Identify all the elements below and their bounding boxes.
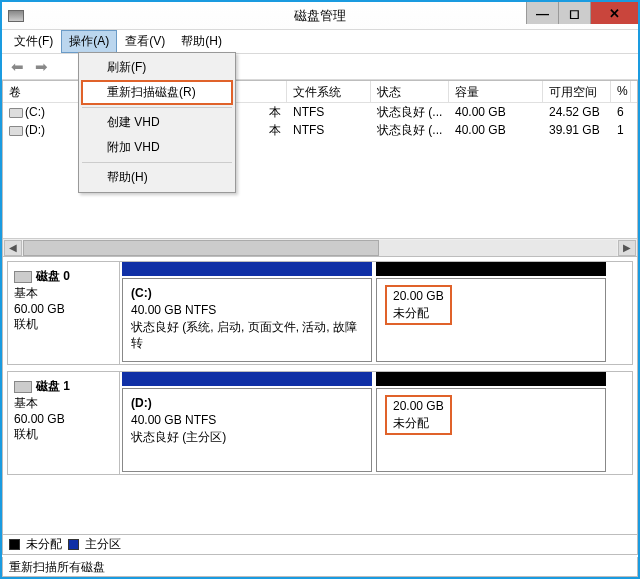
disk-partitions: (C:)40.00 GB NTFS状态良好 (系统, 启动, 页面文件, 活动,… bbox=[120, 262, 632, 364]
menu-view[interactable]: 查看(V) bbox=[117, 30, 173, 53]
partition-status: 未分配 bbox=[393, 415, 444, 432]
dd-rescan[interactable]: 重新扫描磁盘(R) bbox=[81, 80, 233, 105]
disk-icon bbox=[14, 381, 32, 393]
col-free[interactable]: 可用空间 bbox=[543, 81, 611, 102]
cell-pct: 6 bbox=[611, 104, 631, 120]
col-fs[interactable]: 文件系统 bbox=[287, 81, 371, 102]
app-icon bbox=[8, 10, 24, 22]
forward-button[interactable]: ➡ bbox=[30, 57, 52, 77]
partition-body: (D:)40.00 GB NTFS状态良好 (主分区)20.00 GB未分配 bbox=[120, 386, 632, 474]
partition-label: (D:) bbox=[131, 395, 363, 412]
partition-header-seg bbox=[122, 372, 372, 386]
disk-kind: 基本 bbox=[14, 285, 113, 302]
volume-icon bbox=[9, 126, 23, 136]
menu-action[interactable]: 操作(A) bbox=[61, 30, 117, 53]
disk-info: 磁盘 1基本60.00 GB联机 bbox=[8, 372, 120, 474]
disk-view: 磁盘 0基本60.00 GB联机(C:)40.00 GB NTFS状态良好 (系… bbox=[3, 257, 637, 534]
legend-unalloc-swatch bbox=[9, 539, 20, 550]
close-button[interactable]: ✕ bbox=[590, 2, 638, 24]
cell-pct: 1 bbox=[611, 122, 631, 138]
partition[interactable]: (D:)40.00 GB NTFS状态良好 (主分区) bbox=[122, 388, 372, 472]
scroll-thumb[interactable] bbox=[23, 240, 379, 256]
dd-help[interactable]: 帮助(H) bbox=[81, 165, 233, 190]
legend-unalloc-label: 未分配 bbox=[26, 536, 62, 553]
cell-status: 状态良好 (... bbox=[371, 121, 449, 140]
dd-attach-vhd[interactable]: 附加 VHD bbox=[81, 135, 233, 160]
col-volume[interactable]: 卷 bbox=[3, 81, 79, 102]
partition-body: (C:)40.00 GB NTFS状态良好 (系统, 启动, 页面文件, 活动,… bbox=[120, 276, 632, 364]
cell-fs: NTFS bbox=[287, 122, 371, 138]
disk-row[interactable]: 磁盘 1基本60.00 GB联机(D:)40.00 GB NTFS状态良好 (主… bbox=[7, 371, 633, 475]
h-scrollbar[interactable]: ◀ ▶ bbox=[3, 238, 637, 256]
partition-size: 40.00 GB NTFS bbox=[131, 412, 363, 429]
legend-primary-label: 主分区 bbox=[85, 536, 121, 553]
disk-size: 60.00 GB bbox=[14, 302, 113, 316]
legend-primary-swatch bbox=[68, 539, 79, 550]
menubar: 文件(F) 操作(A) 查看(V) 帮助(H) bbox=[2, 30, 638, 54]
scroll-track[interactable] bbox=[23, 240, 617, 256]
disk-state: 联机 bbox=[14, 316, 113, 333]
partition[interactable]: 20.00 GB未分配 bbox=[376, 278, 606, 362]
maximize-button[interactable]: ◻ bbox=[558, 2, 590, 24]
cell-status: 状态良好 (... bbox=[371, 103, 449, 122]
dd-sep1 bbox=[82, 107, 232, 108]
window-buttons: — ◻ ✕ bbox=[526, 2, 638, 24]
window-title: 磁盘管理 bbox=[294, 7, 346, 25]
col-pct[interactable]: % bbox=[611, 81, 631, 102]
disk-info: 磁盘 0基本60.00 GB联机 bbox=[8, 262, 120, 364]
disk-name: 磁盘 1 bbox=[14, 378, 113, 395]
partition-size: 20.00 GB bbox=[393, 288, 444, 305]
partition-header-seg bbox=[376, 262, 606, 276]
cell-vol: (D:) bbox=[3, 122, 79, 138]
cell-vol: (C:) bbox=[3, 104, 79, 120]
partition-size: 20.00 GB bbox=[393, 398, 444, 415]
legend: 未分配 主分区 bbox=[3, 534, 637, 554]
volume-icon bbox=[9, 108, 23, 118]
partition[interactable]: 20.00 GB未分配 bbox=[376, 388, 606, 472]
partition-highlight: 20.00 GB未分配 bbox=[385, 285, 452, 325]
cell-fs: NTFS bbox=[287, 104, 371, 120]
scroll-left[interactable]: ◀ bbox=[4, 240, 22, 256]
cell-cap: 40.00 GB bbox=[449, 104, 543, 120]
partition-status: 状态良好 (系统, 启动, 页面文件, 活动, 故障转 bbox=[131, 319, 363, 353]
dd-create-vhd[interactable]: 创建 VHD bbox=[81, 110, 233, 135]
disk-partitions: (D:)40.00 GB NTFS状态良好 (主分区)20.00 GB未分配 bbox=[120, 372, 632, 474]
partition-header bbox=[120, 262, 632, 276]
disk-size: 60.00 GB bbox=[14, 412, 113, 426]
col-status[interactable]: 状态 bbox=[371, 81, 449, 102]
partition-status: 状态良好 (主分区) bbox=[131, 429, 363, 446]
disk-row[interactable]: 磁盘 0基本60.00 GB联机(C:)40.00 GB NTFS状态良好 (系… bbox=[7, 261, 633, 365]
disk-state: 联机 bbox=[14, 426, 113, 443]
col-capacity[interactable]: 容量 bbox=[449, 81, 543, 102]
dd-refresh[interactable]: 刷新(F) bbox=[81, 55, 233, 80]
titlebar: 磁盘管理 — ◻ ✕ bbox=[2, 2, 638, 30]
partition-header-seg bbox=[376, 372, 606, 386]
partition-label: (C:) bbox=[131, 285, 363, 302]
cell-free: 24.52 GB bbox=[543, 104, 611, 120]
disk-kind: 基本 bbox=[14, 395, 113, 412]
partition-status: 未分配 bbox=[393, 305, 444, 322]
back-button[interactable]: ⬅ bbox=[6, 57, 28, 77]
cell-cap: 40.00 GB bbox=[449, 122, 543, 138]
status-bar: 重新扫描所有磁盘 bbox=[2, 557, 638, 577]
scroll-right[interactable]: ▶ bbox=[618, 240, 636, 256]
cell-free: 39.91 GB bbox=[543, 122, 611, 138]
partition-header bbox=[120, 372, 632, 386]
menu-help[interactable]: 帮助(H) bbox=[173, 30, 230, 53]
partition[interactable]: (C:)40.00 GB NTFS状态良好 (系统, 启动, 页面文件, 活动,… bbox=[122, 278, 372, 362]
partition-size: 40.00 GB NTFS bbox=[131, 302, 363, 319]
partition-highlight: 20.00 GB未分配 bbox=[385, 395, 452, 435]
disk-icon bbox=[14, 271, 32, 283]
disk-name: 磁盘 0 bbox=[14, 268, 113, 285]
minimize-button[interactable]: — bbox=[526, 2, 558, 24]
dd-sep2 bbox=[82, 162, 232, 163]
partition-header-seg bbox=[122, 262, 372, 276]
action-dropdown: 刷新(F) 重新扫描磁盘(R) 创建 VHD 附加 VHD 帮助(H) bbox=[78, 52, 236, 193]
menu-file[interactable]: 文件(F) bbox=[6, 30, 61, 53]
